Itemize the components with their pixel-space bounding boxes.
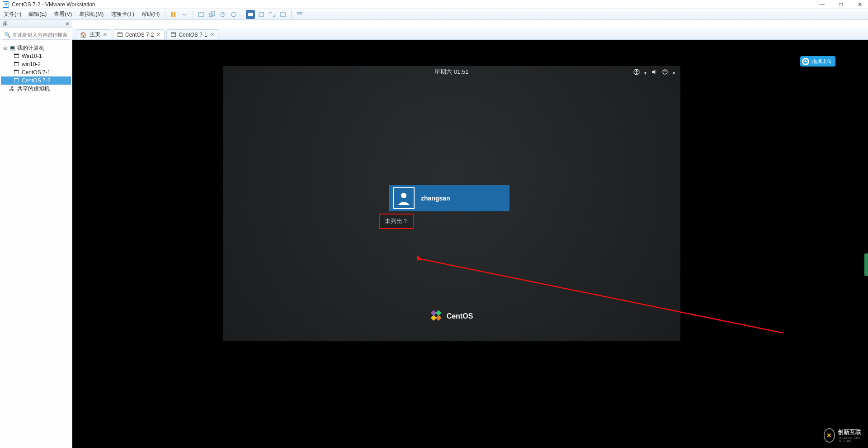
home-icon: 🏠 <box>80 32 87 38</box>
svg-rect-1 <box>174 12 175 17</box>
separator <box>165 10 165 19</box>
tab-close-button[interactable]: ✕ <box>103 32 107 38</box>
svg-point-22 <box>803 59 808 64</box>
search-box[interactable]: 🔍 ▾ <box>2 30 70 40</box>
tree-node-win10-2[interactable]: 🗔 win10-2 <box>1 60 71 68</box>
tree-node-label: win10-2 <box>22 61 41 67</box>
tab-label: 主页 <box>90 31 100 38</box>
search-input[interactable] <box>13 32 75 38</box>
separator <box>193 10 193 19</box>
vm-icon: 🗔 <box>14 53 20 59</box>
window-title: CentOS 7-2 - VMware Workstation <box>12 1 95 8</box>
revert-button[interactable] <box>218 10 227 19</box>
guest-topbar: 星期六 01:51 <box>223 66 680 78</box>
svg-rect-18 <box>436 310 442 316</box>
centos-logo: CentOS <box>430 310 473 323</box>
annotation-arrow <box>417 256 788 338</box>
menu-help[interactable]: 帮助(H) <box>138 9 164 19</box>
accessibility-icon[interactable] <box>633 69 640 77</box>
tree-root-my-computer[interactable]: ⊟ 💻 我的计算机 <box>1 44 71 52</box>
vm-icon: 🗔 <box>14 77 20 84</box>
app-icon: ⧉ <box>3 1 9 8</box>
menu-edit[interactable]: 编辑(E) <box>25 9 50 19</box>
svg-line-21 <box>420 259 783 333</box>
search-icon: 🔍 <box>4 32 11 38</box>
titlebar: ⧉ CentOS 7-2 - VMware Workstation — □ ✕ <box>0 0 868 9</box>
tree-root-shared[interactable]: 🖧 共享的虚拟机 <box>1 85 71 93</box>
svg-rect-19 <box>431 315 437 321</box>
toolbar-dropdown[interactable] <box>180 10 189 19</box>
tab-centos-7-1[interactable]: 🗔 CentOS 7-1 ✕ <box>166 29 218 39</box>
vm-view[interactable]: 星期六 01:51 ▾ ▾ zhangsan 未列出？ <box>72 40 868 448</box>
pause-button[interactable] <box>169 10 178 19</box>
tabs-row: 🏠 主页 ✕ 🗔 CentOS 7-2 ✕ 🗔 CentOS 7-1 ✕ <box>72 28 868 40</box>
tree-node-centos-7-1[interactable]: 🗔 CentOS 7-1 <box>1 68 71 76</box>
thumbnail-button[interactable] <box>295 10 304 19</box>
login-username: zhangsan <box>421 195 450 202</box>
upload-badge[interactable]: 拖拽上传 <box>800 56 835 67</box>
computer-icon: 💻 <box>9 45 15 51</box>
svg-rect-0 <box>171 12 173 17</box>
tab-centos-7-2[interactable]: 🗔 CentOS 7-2 ✕ <box>113 29 165 39</box>
console-view-button[interactable] <box>246 10 255 19</box>
svg-point-6 <box>231 12 236 17</box>
unity-button[interactable] <box>257 10 266 19</box>
tab-close-button[interactable]: ✕ <box>210 32 214 38</box>
menu-file[interactable]: 文件(F) <box>0 9 25 19</box>
svg-rect-4 <box>211 12 215 15</box>
tree-root-label: 共享的虚拟机 <box>17 85 50 93</box>
maximize-button[interactable]: □ <box>835 1 846 8</box>
right-panel-handle[interactable] <box>864 253 868 276</box>
separator <box>291 10 292 19</box>
separator <box>242 10 242 19</box>
tree-node-label: CentOS 7-2 <box>22 77 50 84</box>
close-button[interactable]: ✕ <box>854 1 865 8</box>
menu-view[interactable]: 查看(V) <box>50 9 75 19</box>
library-close-button[interactable]: ✕ <box>65 21 70 27</box>
cloud-icon <box>802 58 809 65</box>
menu-tabs[interactable]: 选项卡(T) <box>107 9 137 19</box>
shared-vm-icon: 🖧 <box>9 86 15 92</box>
upload-badge-label: 拖拽上传 <box>812 58 832 65</box>
fullscreen-button[interactable] <box>268 10 277 19</box>
snapshot-manager-button[interactable] <box>208 10 217 19</box>
power-icon[interactable] <box>662 69 668 77</box>
menu-vm[interactable]: 虚拟机(M) <box>75 9 107 19</box>
tab-close-button[interactable]: ✕ <box>156 32 160 38</box>
menubar: 文件(F) 编辑(E) 查看(V) 虚拟机(M) 选项卡(T) 帮助(H) <box>0 9 868 20</box>
twisty-icon[interactable]: ⊟ <box>3 46 7 51</box>
chevron-down-icon[interactable]: ▾ <box>644 71 646 76</box>
svg-rect-7 <box>248 13 253 16</box>
library-header: 库 ✕ <box>0 20 72 28</box>
twisty-icon[interactable] <box>3 86 7 91</box>
not-listed-button[interactable]: 未列出？ <box>379 214 414 229</box>
library-tree: ⊟ 💻 我的计算机 🗔 Win10-1 🗔 win10-2 🗔 CentOS 7… <box>0 42 72 95</box>
library-label: 库 <box>3 20 8 27</box>
tree-node-centos-7-2[interactable]: 🗔 CentOS 7-2 <box>1 76 71 85</box>
tree-node-win10-1[interactable]: 🗔 Win10-1 <box>1 52 71 60</box>
volume-icon[interactable] <box>651 69 657 77</box>
clock-button[interactable] <box>229 10 238 19</box>
main: 🔍 ▾ ⊟ 💻 我的计算机 🗔 Win10-1 🗔 win10-2 🗔 Cent <box>0 28 868 448</box>
svg-rect-3 <box>209 13 213 17</box>
stretch-button[interactable] <box>278 10 288 19</box>
svg-rect-17 <box>431 310 437 316</box>
svg-point-5 <box>221 12 225 17</box>
snapshot-button[interactable] <box>197 10 206 19</box>
vm-icon: 🗔 <box>170 32 176 38</box>
tab-label: CentOS 7-2 <box>125 32 154 38</box>
tab-label: CentOS 7-1 <box>179 32 207 38</box>
svg-rect-10 <box>297 12 299 14</box>
minimize-button[interactable]: — <box>816 1 827 8</box>
guest-screen[interactable]: 星期六 01:51 ▾ ▾ zhangsan 未列出？ <box>223 66 680 341</box>
search-wrap: 🔍 ▾ <box>0 28 72 42</box>
vm-icon: 🗔 <box>117 32 123 38</box>
cx-brand-sub: CHUANG XIN HU LIAN <box>838 436 865 443</box>
login-user-card[interactable]: zhangsan <box>389 185 509 211</box>
tree-node-label: CentOS 7-1 <box>22 69 50 76</box>
cx-watermark: ✕ 创新互联 CHUANG XIN HU LIAN <box>824 425 865 445</box>
tab-home[interactable]: 🏠 主页 ✕ <box>76 29 111 39</box>
chevron-down-icon[interactable]: ▾ <box>673 71 675 76</box>
vm-icon: 🗔 <box>14 61 20 67</box>
vm-icon: 🗔 <box>14 69 20 76</box>
